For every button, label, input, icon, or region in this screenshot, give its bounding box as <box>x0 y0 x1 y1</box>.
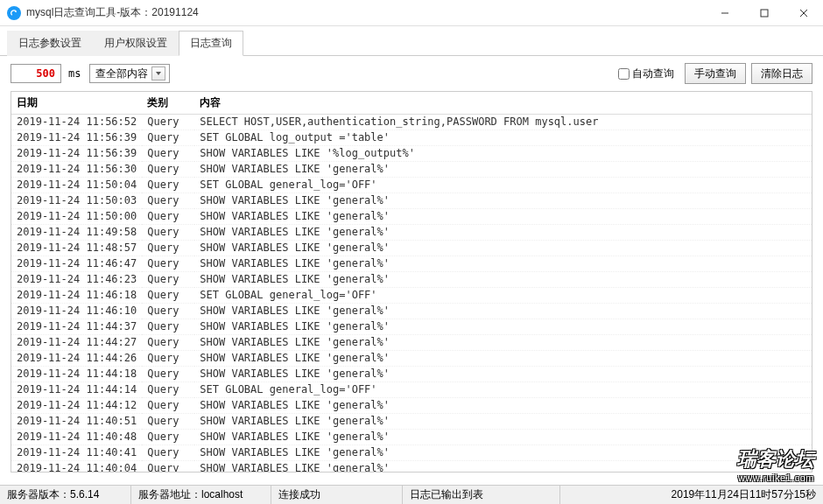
cell-date: 2019-11-24 11:46:23 <box>11 272 142 288</box>
table-row[interactable]: 2019-11-24 11:56:39QuerySHOW VARIABLES L… <box>11 146 812 162</box>
table-row[interactable]: 2019-11-24 11:49:58QuerySHOW VARIABLES L… <box>11 225 812 241</box>
cell-content: SHOW VARIABLES LIKE 'general%' <box>194 256 812 272</box>
cell-date: 2019-11-24 11:56:39 <box>11 130 142 146</box>
table-row[interactable]: 2019-11-24 11:46:47QuerySHOW VARIABLES L… <box>11 256 812 272</box>
cell-content: SHOW VARIABLES LIKE 'general%' <box>194 461 812 473</box>
cell-type: Query <box>142 304 194 319</box>
cell-date: 2019-11-24 11:40:41 <box>11 445 142 461</box>
cell-date: 2019-11-24 11:56:39 <box>11 146 142 162</box>
tab-0[interactable]: 日志参数设置 <box>7 31 93 56</box>
table-row[interactable]: 2019-11-24 11:44:26QuerySHOW VARIABLES L… <box>11 351 812 367</box>
table-row[interactable]: 2019-11-24 11:46:10QuerySHOW VARIABLES L… <box>11 304 812 319</box>
svg-rect-3 <box>761 10 768 17</box>
cell-date: 2019-11-24 11:56:30 <box>11 162 142 178</box>
cell-content: SHOW VARIABLES LIKE 'general%' <box>194 367 812 382</box>
cell-content: SHOW VARIABLES LIKE 'general%' <box>194 304 812 319</box>
cell-type: Query <box>142 288 194 304</box>
filter-combo-label: 查全部内容 <box>95 66 148 81</box>
column-header-type[interactable]: 类别 <box>142 92 194 115</box>
cell-content: SHOW VARIABLES LIKE 'general%' <box>194 319 812 335</box>
cell-date: 2019-11-24 11:40:04 <box>11 461 142 473</box>
cell-content: SELECT HOST,USER,authentication_string,P… <box>194 115 812 130</box>
cell-date: 2019-11-24 11:44:14 <box>11 382 142 398</box>
table-row[interactable]: 2019-11-24 11:44:14QuerySET GLOBAL gener… <box>11 382 812 398</box>
auto-query-checkbox[interactable]: 自动查询 <box>618 66 674 81</box>
window-title: mysql日志查询工具-版本：20191124 <box>26 5 705 20</box>
manual-query-button[interactable]: 手动查询 <box>685 63 746 84</box>
filter-combo[interactable]: 查全部内容 <box>89 64 170 83</box>
cell-content: SHOW VARIABLES LIKE 'general%' <box>194 445 812 461</box>
toolbar: 500 ms 查全部内容 自动查询 手动查询 清除日志 <box>0 56 823 91</box>
app-icon <box>7 6 21 20</box>
table-row[interactable]: 2019-11-24 11:46:23QuerySHOW VARIABLES L… <box>11 272 812 288</box>
table-row[interactable]: 2019-11-24 11:40:41QuerySHOW VARIABLES L… <box>11 445 812 461</box>
table-row[interactable]: 2019-11-24 11:44:37QuerySHOW VARIABLES L… <box>11 319 812 335</box>
cell-date: 2019-11-24 11:46:18 <box>11 288 142 304</box>
cell-content: SHOW VARIABLES LIKE 'general%' <box>194 241 812 256</box>
cell-content: SHOW VARIABLES LIKE 'general%' <box>194 430 812 445</box>
auto-query-label: 自动查询 <box>632 66 674 81</box>
cell-type: Query <box>142 398 194 414</box>
interval-input[interactable]: 500 <box>11 64 61 83</box>
status-bar: 服务器版本：5.6.14 服务器地址：localhost 连接成功 日志已输出到… <box>0 485 823 504</box>
cell-type: Query <box>142 225 194 241</box>
status-server-version: 服务器版本：5.6.14 <box>0 486 131 504</box>
cell-type: Query <box>142 351 194 367</box>
cell-date: 2019-11-24 11:44:26 <box>11 351 142 367</box>
cell-type: Query <box>142 461 194 473</box>
cell-type: Query <box>142 382 194 398</box>
cell-date: 2019-11-24 11:50:03 <box>11 193 142 209</box>
cell-date: 2019-11-24 11:49:58 <box>11 225 142 241</box>
table-row[interactable]: 2019-11-24 11:48:57QuerySHOW VARIABLES L… <box>11 241 812 256</box>
table-row[interactable]: 2019-11-24 11:50:00QuerySHOW VARIABLES L… <box>11 209 812 225</box>
status-timestamp: 2019年11月24日11时57分15秒 <box>665 486 823 504</box>
cell-type: Query <box>142 445 194 461</box>
cell-content: SHOW VARIABLES LIKE 'general%' <box>194 209 812 225</box>
window-controls <box>705 0 823 26</box>
cell-type: Query <box>142 335 194 351</box>
cell-type: Query <box>142 178 194 193</box>
table-row[interactable]: 2019-11-24 11:44:18QuerySHOW VARIABLES L… <box>11 367 812 382</box>
auto-query-check-input[interactable] <box>618 68 630 80</box>
clear-log-button[interactable]: 清除日志 <box>751 63 812 84</box>
cell-date: 2019-11-24 11:40:51 <box>11 414 142 430</box>
table-row[interactable]: 2019-11-24 11:40:51QuerySHOW VARIABLES L… <box>11 414 812 430</box>
tab-2[interactable]: 日志查询 <box>179 31 243 56</box>
table-row[interactable]: 2019-11-24 11:44:12QuerySHOW VARIABLES L… <box>11 398 812 414</box>
close-button[interactable] <box>784 0 823 26</box>
table-row[interactable]: 2019-11-24 11:56:30QuerySHOW VARIABLES L… <box>11 162 812 178</box>
ms-label: ms <box>68 67 81 80</box>
status-log-output: 日志已输出到表 <box>403 486 560 504</box>
log-grid-container[interactable]: 日期 类别 内容 2019-11-24 11:56:52QuerySELECT … <box>11 91 812 472</box>
tab-bar: 日志参数设置用户权限设置日志查询 <box>0 26 823 56</box>
log-grid: 日期 类别 内容 2019-11-24 11:56:52QuerySELECT … <box>11 92 812 472</box>
cell-date: 2019-11-24 11:50:00 <box>11 209 142 225</box>
cell-type: Query <box>142 146 194 162</box>
table-row[interactable]: 2019-11-24 11:56:39QuerySET GLOBAL log_o… <box>11 130 812 146</box>
column-header-content[interactable]: 内容 <box>194 92 812 115</box>
column-header-date[interactable]: 日期 <box>11 92 142 115</box>
cell-type: Query <box>142 414 194 430</box>
table-row[interactable]: 2019-11-24 11:46:18QuerySET GLOBAL gener… <box>11 288 812 304</box>
cell-date: 2019-11-24 11:40:48 <box>11 430 142 445</box>
cell-type: Query <box>142 241 194 256</box>
table-row[interactable]: 2019-11-24 11:44:27QuerySHOW VARIABLES L… <box>11 335 812 351</box>
cell-type: Query <box>142 367 194 382</box>
cell-date: 2019-11-24 11:44:18 <box>11 367 142 382</box>
cell-date: 2019-11-24 11:50:04 <box>11 178 142 193</box>
table-row[interactable]: 2019-11-24 11:50:04QuerySET GLOBAL gener… <box>11 178 812 193</box>
cell-date: 2019-11-24 11:44:37 <box>11 319 142 335</box>
table-row[interactable]: 2019-11-24 11:50:03QuerySHOW VARIABLES L… <box>11 193 812 209</box>
table-row[interactable]: 2019-11-24 11:56:52QuerySELECT HOST,USER… <box>11 115 812 130</box>
table-row[interactable]: 2019-11-24 11:40:48QuerySHOW VARIABLES L… <box>11 430 812 445</box>
status-server-address: 服务器地址：localhost <box>131 486 271 504</box>
minimize-button[interactable] <box>705 0 744 26</box>
maximize-button[interactable] <box>744 0 784 26</box>
cell-type: Query <box>142 130 194 146</box>
table-row[interactable]: 2019-11-24 11:40:04QuerySHOW VARIABLES L… <box>11 461 812 473</box>
cell-content: SHOW VARIABLES LIKE 'general%' <box>194 193 812 209</box>
cell-content: SHOW VARIABLES LIKE 'general%' <box>194 225 812 241</box>
svg-marker-6 <box>156 72 161 75</box>
tab-1[interactable]: 用户权限设置 <box>93 31 179 56</box>
cell-content: SET GLOBAL general_log='OFF' <box>194 382 812 398</box>
